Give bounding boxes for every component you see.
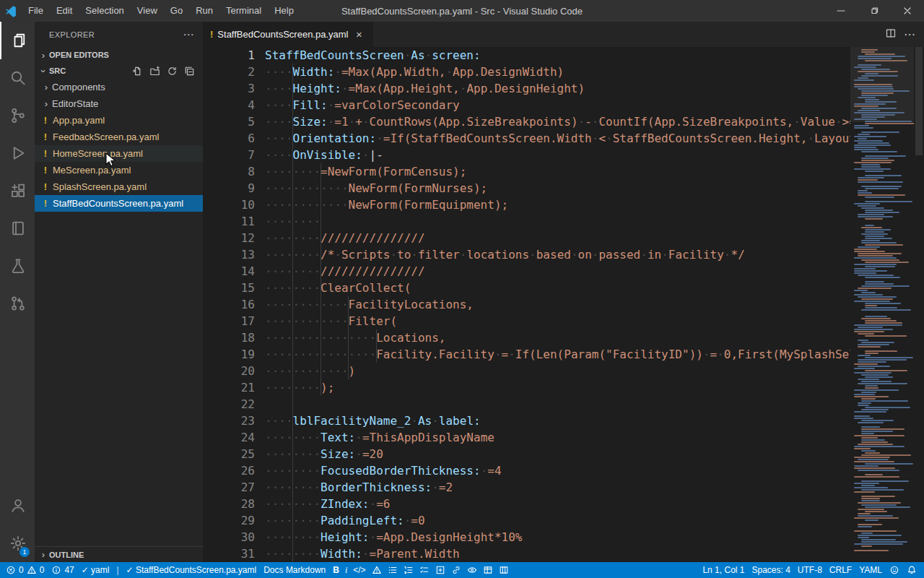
new-file-icon[interactable] — [131, 64, 144, 77]
tree-item-homescreen-pa-yaml[interactable]: !HomeScreen.pa.yaml — [35, 145, 203, 162]
extensions-icon[interactable] — [0, 172, 35, 210]
columns-icon[interactable] — [499, 565, 509, 575]
restore-button[interactable] — [858, 0, 891, 22]
table-icon[interactable] — [483, 565, 493, 575]
code-line-29[interactable]: 29········PaddingLeft:·=0 — [203, 512, 850, 529]
bold-button[interactable]: B — [333, 565, 339, 575]
code-line-26[interactable]: 26········FocusedBorderThickness:·=4 — [203, 462, 850, 479]
menu-edit[interactable]: Edit — [50, 0, 79, 22]
tree-item-mescreen-pa-yaml[interactable]: !MeScreen.pa.yaml — [35, 162, 203, 178]
close-window-button[interactable] — [891, 0, 924, 22]
source-control-icon[interactable] — [0, 97, 35, 134]
pull-requests-icon[interactable] — [0, 285, 35, 322]
menu-view[interactable]: View — [131, 0, 164, 22]
cursor-position[interactable]: Ln 1, Col 1 — [702, 565, 744, 575]
scrollbar-handle[interactable] — [915, 47, 923, 155]
menu-go[interactable]: Go — [164, 0, 189, 22]
alert-icon[interactable] — [372, 565, 382, 575]
tab-staffbedcountsscreen[interactable]: ! StaffBedCountsScreen.pa.yaml × — [203, 22, 373, 47]
italic-button[interactable]: i — [345, 565, 347, 576]
src-section-header[interactable]: › SRC — [35, 63, 203, 79]
explorer-more-actions-icon[interactable]: ⋯ — [183, 28, 194, 41]
code-line-10[interactable]: 10············NewForm(FormEquipment); — [203, 197, 850, 213]
code-line-25[interactable]: 25········Size:·=20 — [203, 446, 850, 462]
menu-terminal[interactable]: Terminal — [219, 0, 268, 22]
tree-item-components[interactable]: ›Components — [35, 79, 203, 95]
link-icon[interactable] — [451, 565, 461, 575]
code-line-27[interactable]: 27········BorderThickness:·=2 — [203, 479, 850, 496]
problems-indicator[interactable]: 0 0 — [6, 565, 44, 575]
code-editor[interactable]: 1StaffBedCountsScreen·As·screen:2····Wid… — [203, 47, 850, 562]
tree-item-editorstate[interactable]: ›EditorState — [35, 95, 203, 112]
code-line-20[interactable]: 20············) — [203, 363, 850, 379]
checklist-icon[interactable] — [419, 565, 430, 575]
refresh-icon[interactable] — [165, 64, 178, 77]
menu-selection[interactable]: Selection — [79, 0, 130, 22]
numbered-list-icon[interactable] — [404, 565, 414, 575]
minimize-button[interactable] — [824, 0, 858, 22]
code-line-4[interactable]: 4····Fill:·=varColorSecondary — [203, 97, 850, 113]
code-line-30[interactable]: 30········Height:·=App.DesignHeight*10% — [203, 529, 850, 545]
code-line-16[interactable]: 16············FacilityLocations, — [203, 296, 850, 313]
menu-help[interactable]: Help — [268, 0, 300, 22]
bulleted-list-icon[interactable] — [388, 565, 398, 575]
feedback-smiley-icon[interactable] — [889, 565, 899, 575]
code-line-12[interactable]: 12········/////////////// — [203, 230, 850, 246]
testing-icon[interactable] — [0, 247, 35, 285]
preview-eye-icon[interactable] — [467, 565, 477, 575]
code-line-3[interactable]: 3····Height:·=Max(App.Height,·App.Design… — [203, 80, 850, 97]
code-line-21[interactable]: 21········); — [203, 379, 850, 396]
split-editor-icon[interactable] — [885, 27, 897, 42]
code-line-5[interactable]: 5····Size:·=1·+·CountRows(App.SizeBreakp… — [203, 113, 850, 130]
code-line-24[interactable]: 24········Text:·=ThisAppDisplayName — [203, 429, 850, 446]
code-line-31[interactable]: 31········Width:·=Parent.Width — [203, 545, 850, 562]
language-mode[interactable]: YAML — [859, 565, 882, 575]
editor-more-actions-icon[interactable]: ⋯ — [904, 27, 915, 41]
docs-markdown-status[interactable]: Docs Markdown — [263, 565, 326, 575]
insert-box-icon[interactable] — [435, 565, 445, 575]
code-line-1[interactable]: 1StaffBedCountsScreen·As·screen: — [203, 47, 850, 64]
code-line-7[interactable]: 7····OnVisible:·|- — [203, 147, 850, 163]
code-line-14[interactable]: 14········/////////////// — [203, 263, 850, 280]
minimap[interactable] — [850, 47, 914, 562]
code-line-13[interactable]: 13········/*·Scripts·to·filter·locations… — [203, 246, 850, 263]
code-line-6[interactable]: 6····Orientation:·=If(StaffBedCountsScre… — [203, 130, 850, 147]
tab-close-icon[interactable]: × — [353, 28, 366, 40]
code-line-9[interactable]: 9············NewForm(FormNurses); — [203, 180, 850, 197]
encoding-setting[interactable]: UTF-8 — [798, 565, 822, 575]
code-line-15[interactable]: 15········ClearCollect( — [203, 280, 850, 296]
code-line-2[interactable]: 2····Width:·=Max(App.Width,·App.DesignWi… — [203, 64, 850, 80]
editor-scrollbar[interactable] — [914, 47, 924, 562]
tree-item-feedbackscreen-pa-yaml[interactable]: !FeedbackScreen.pa.yaml — [35, 129, 203, 145]
code-line-23[interactable]: 23····lblFacilityName_2·As·label: — [203, 413, 850, 429]
indentation-setting[interactable]: Spaces: 4 — [751, 565, 790, 575]
menu-file[interactable]: File — [22, 0, 50, 22]
code-format-button[interactable]: </> — [353, 565, 365, 575]
tree-item-staffbedcountsscreen-pa-yaml[interactable]: !StaffBedCountsScreen.pa.yaml — [35, 195, 203, 212]
settings-gear-icon[interactable]: 1 — [0, 525, 35, 562]
tree-item-splashscreen-pa-yaml[interactable]: !SplashScreen.pa.yaml — [35, 178, 203, 195]
notebook-icon[interactable] — [0, 210, 35, 247]
run-debug-icon[interactable] — [0, 134, 35, 172]
yaml-schema-status[interactable]: ✓ yaml — [82, 565, 110, 575]
minimap-slider[interactable] — [850, 47, 914, 122]
eol-setting[interactable]: CRLF — [829, 565, 852, 575]
open-editors-section[interactable]: › OPEN EDITORS — [35, 47, 203, 63]
file-lint-status[interactable]: ✓ StaffBedCountsScreen.pa.yaml — [126, 565, 257, 575]
code-line-19[interactable]: 19················Facility.Facility·=·If… — [203, 346, 850, 363]
collapse-all-icon[interactable] — [183, 64, 196, 77]
code-line-17[interactable]: 17············Filter( — [203, 313, 850, 329]
tree-item-app-pa-yaml[interactable]: !App.pa.yaml — [35, 112, 203, 129]
explorer-icon[interactable] — [0, 22, 35, 59]
search-icon[interactable] — [0, 59, 35, 97]
code-line-11[interactable]: 11········ — [203, 213, 850, 230]
notifications-bell-icon[interactable] — [907, 565, 917, 575]
code-line-8[interactable]: 8········=NewForm(FormCensus); — [203, 163, 850, 180]
code-line-28[interactable]: 28········ZIndex:·=6 — [203, 496, 850, 512]
code-line-22[interactable]: 22 — [203, 396, 850, 413]
menu-run[interactable]: Run — [189, 0, 219, 22]
code-line-18[interactable]: 18················Locations, — [203, 329, 850, 346]
accounts-icon[interactable] — [0, 487, 35, 525]
info-count-indicator[interactable]: 47 — [51, 565, 74, 575]
outline-section[interactable]: › OUTLINE — [35, 546, 203, 562]
